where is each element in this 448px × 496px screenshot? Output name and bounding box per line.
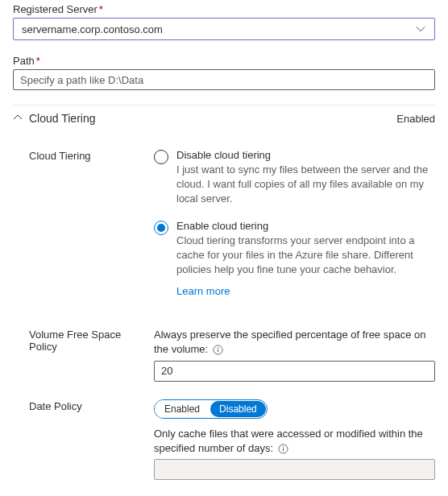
toggle-disabled-option[interactable]: Disabled [210,401,266,417]
date-policy-description: Only cache files that were accessed or m… [154,427,435,456]
date-policy-label: Date Policy [29,399,138,480]
section-title: Cloud Tiering [29,112,390,125]
svg-point-4 [283,446,284,447]
radio-label: Disable cloud tiering [176,149,435,161]
radio-description: I just want to sync my files between the… [176,163,435,207]
radio-enable-cloud-tiering[interactable]: Enable cloud tiering Cloud tiering trans… [154,220,435,298]
registered-server-dropdown[interactable]: servername.corp.contoso.com [13,18,435,40]
radio-disable-cloud-tiering[interactable]: Disable cloud tiering I just want to syn… [154,149,435,207]
radio-label: Enable cloud tiering [176,220,435,232]
volume-free-space-input[interactable] [154,361,435,382]
volume-policy-description: Always preserve the specified percentage… [154,328,435,357]
date-policy-toggle[interactable]: Enabled Disabled [154,399,268,419]
volume-policy-label: Volume Free Space Policy [29,328,138,381]
svg-rect-2 [218,349,218,353]
info-icon[interactable] [278,444,288,454]
cloud-tiering-label: Cloud Tiering [29,149,138,310]
radio-description: Cloud tiering transforms your server end… [176,234,435,278]
section-status: Enabled [396,113,435,125]
radio-icon [154,150,168,164]
date-policy-days-input [154,459,435,480]
cloud-tiering-section-toggle[interactable]: Cloud Tiering Enabled [13,105,435,131]
registered-server-label: Registered Server* [13,3,435,15]
required-asterisk: * [36,55,40,67]
info-icon[interactable] [213,345,223,355]
svg-rect-5 [283,448,284,451]
radio-icon-selected [154,221,168,235]
path-label: Path* [13,55,435,67]
svg-point-1 [218,347,218,348]
toggle-enabled-option[interactable]: Enabled [155,400,209,418]
learn-more-link[interactable]: Learn more [176,285,230,297]
path-input[interactable] [13,69,435,90]
required-asterisk: * [99,3,103,15]
chevron-down-icon [415,23,426,35]
chevron-up-icon [13,113,23,125]
registered-server-value: servername.corp.contoso.com [22,23,415,35]
